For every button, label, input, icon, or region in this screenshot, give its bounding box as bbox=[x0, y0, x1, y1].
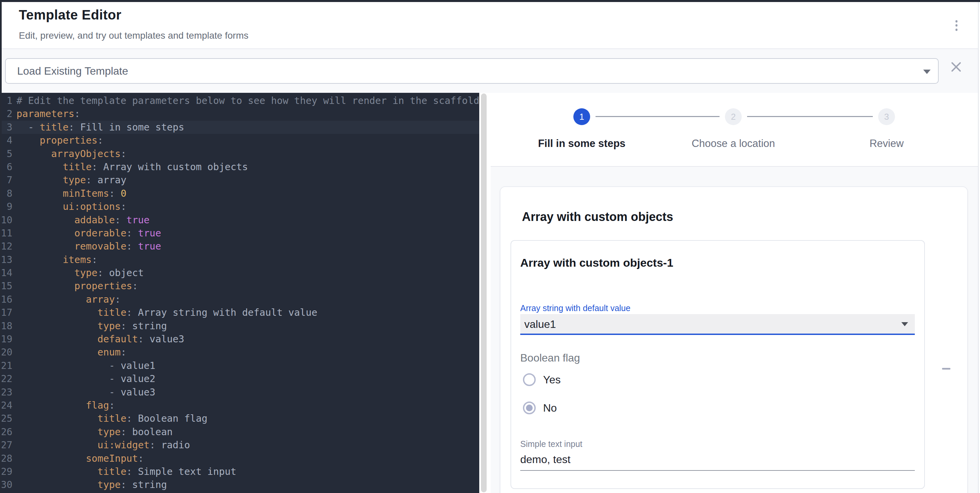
load-existing-template-select[interactable]: Load Existing Template bbox=[5, 58, 939, 84]
editor-line[interactable]: 23 - value3 bbox=[0, 386, 479, 399]
editor-line[interactable]: 16 array: bbox=[0, 293, 479, 306]
line-number: 21 bbox=[0, 359, 13, 372]
editor-line[interactable]: 22 - value2 bbox=[0, 372, 479, 385]
text-field-label: Simple text input bbox=[520, 439, 582, 449]
line-number: 13 bbox=[0, 253, 13, 266]
editor-line[interactable]: 1# Edit the template parameters below to… bbox=[0, 94, 479, 107]
editor-line[interactable]: 18 type: string bbox=[0, 319, 479, 333]
line-number: 4 bbox=[0, 134, 13, 147]
line-code: - value2 bbox=[13, 372, 155, 385]
line-number: 27 bbox=[0, 439, 13, 452]
editor-line[interactable]: 6 title: Array with custom objects bbox=[0, 160, 479, 174]
line-number: 30 bbox=[0, 478, 13, 491]
line-number: 3 bbox=[0, 121, 13, 134]
load-template-row: Load Existing Template bbox=[0, 49, 980, 93]
minus-icon bbox=[942, 368, 950, 370]
line-code: - title: Fill in some steps bbox=[13, 121, 184, 134]
line-number: 11 bbox=[0, 227, 13, 240]
editor-line[interactable]: 9 ui:options: bbox=[0, 200, 479, 213]
line-number: 2 bbox=[0, 107, 13, 120]
line-code: flag: bbox=[13, 399, 115, 412]
editor-line[interactable]: 14 type: object bbox=[0, 266, 479, 279]
editor-line[interactable]: 30 type: string bbox=[0, 478, 479, 491]
radio-option-label: Yes bbox=[543, 373, 561, 386]
editor-line[interactable]: 8 minItems: 0 bbox=[0, 187, 479, 200]
step-circle-3[interactable]: 3 bbox=[878, 108, 895, 125]
line-code: title: Simple text input bbox=[13, 465, 236, 478]
editor-line[interactable]: 7 type: array bbox=[0, 174, 479, 187]
more-options-button[interactable] bbox=[948, 17, 964, 36]
line-number: 20 bbox=[0, 346, 13, 359]
form-section-title: Array with custom objects bbox=[522, 210, 673, 224]
page-scrollbar-track[interactable] bbox=[978, 2, 980, 493]
line-code: ui:options: bbox=[13, 200, 126, 213]
radio-selected-icon[interactable] bbox=[523, 402, 536, 414]
kebab-dot bbox=[956, 24, 958, 27]
step-label-2: Choose a location bbox=[692, 137, 775, 150]
editor-line[interactable]: 19 default: value3 bbox=[0, 333, 479, 346]
editor-line[interactable]: 21 - value1 bbox=[0, 359, 479, 372]
page-header: Template Editor Edit, preview, and try o… bbox=[0, 2, 980, 48]
line-number: 26 bbox=[0, 425, 13, 439]
line-code: title: Array string with default value bbox=[13, 306, 317, 319]
radio-option-label: No bbox=[543, 402, 557, 414]
line-code: type: string bbox=[13, 319, 167, 333]
line-code: orderable: true bbox=[13, 227, 161, 240]
stepper-connector bbox=[595, 116, 719, 117]
form-preview-area: Array with custom objects Array with cus… bbox=[491, 167, 980, 493]
window-left-edge bbox=[0, 0, 2, 493]
editor-line[interactable]: 15 properties: bbox=[0, 279, 479, 293]
yaml-code-editor[interactable]: 1# Edit the template parameters below to… bbox=[0, 93, 479, 493]
remove-item-button[interactable] bbox=[938, 361, 954, 377]
preview-panel: 1Fill in some steps2Choose a location3Re… bbox=[491, 93, 980, 493]
line-code: type: array bbox=[13, 174, 126, 187]
line-code: addable: true bbox=[13, 214, 150, 227]
line-code: array: bbox=[13, 293, 121, 306]
select-field-label: Array string with default value bbox=[520, 303, 630, 313]
window-top-edge bbox=[0, 0, 980, 2]
dropdown-caret-icon bbox=[923, 70, 931, 74]
editor-line[interactable]: 5 arrayObjects: bbox=[0, 147, 479, 160]
step-circle-2[interactable]: 2 bbox=[725, 108, 742, 125]
radio-dot bbox=[526, 405, 533, 411]
radio-unselected-icon[interactable] bbox=[523, 373, 536, 386]
editor-line[interactable]: 26 type: boolean bbox=[0, 425, 479, 439]
line-code: someInput: bbox=[13, 452, 144, 465]
line-number: 12 bbox=[0, 240, 13, 253]
form-paper: Array with custom objects Array with cus… bbox=[500, 186, 968, 493]
array-string-select[interactable]: value1 bbox=[520, 314, 915, 335]
editor-line[interactable]: 4 properties: bbox=[0, 134, 479, 147]
editor-line[interactable]: 13 items: bbox=[0, 253, 479, 266]
editor-line[interactable]: 28 someInput: bbox=[0, 452, 479, 465]
editor-line[interactable]: 11 orderable: true bbox=[0, 227, 479, 240]
line-number: 10 bbox=[0, 214, 13, 227]
editor-line[interactable]: 17 title: Array string with default valu… bbox=[0, 306, 479, 319]
clear-template-button[interactable] bbox=[950, 61, 962, 73]
editor-line[interactable]: 12 removable: true bbox=[0, 240, 479, 253]
text-field-value[interactable]: demo, test bbox=[520, 453, 570, 466]
line-code: title: Boolean flag bbox=[13, 412, 207, 425]
line-number: 5 bbox=[0, 147, 13, 160]
editor-line[interactable]: 20 enum: bbox=[0, 346, 479, 359]
line-code: type: object bbox=[13, 266, 144, 279]
line-number: 6 bbox=[0, 160, 13, 174]
editor-line[interactable]: 25 title: Boolean flag bbox=[0, 412, 479, 425]
editor-line[interactable]: 27 ui:widget: radio bbox=[0, 439, 479, 452]
editor-scrollbar-thumb[interactable] bbox=[481, 94, 487, 492]
editor-line[interactable]: 2parameters: bbox=[0, 107, 479, 120]
line-code: enum: bbox=[13, 346, 126, 359]
step-circle-1[interactable]: 1 bbox=[573, 108, 590, 125]
line-number: 9 bbox=[0, 200, 13, 213]
editor-active-line[interactable]: 3 - title: Fill in some steps bbox=[0, 121, 479, 134]
load-existing-template-placeholder: Load Existing Template bbox=[17, 65, 128, 77]
line-code: type: boolean bbox=[13, 425, 173, 439]
editor-line[interactable]: 24 flag: bbox=[0, 399, 479, 412]
line-code: items: bbox=[13, 253, 97, 266]
editor-lines: 1# Edit the template parameters below to… bbox=[0, 94, 479, 491]
line-number: 7 bbox=[0, 174, 13, 187]
text-field-underline bbox=[520, 470, 915, 471]
editor-line[interactable]: 29 title: Simple text input bbox=[0, 465, 479, 478]
editor-scrollbar[interactable] bbox=[479, 93, 491, 493]
line-code: default: value3 bbox=[13, 333, 184, 346]
editor-line[interactable]: 10 addable: true bbox=[0, 214, 479, 227]
